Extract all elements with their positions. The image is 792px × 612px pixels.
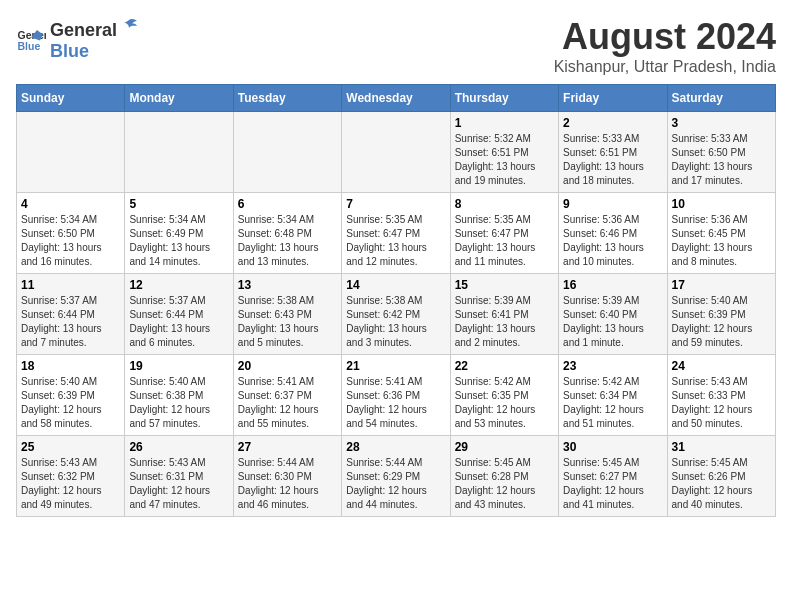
calendar-cell: 23Sunrise: 5:42 AM Sunset: 6:34 PM Dayli… xyxy=(559,355,667,436)
svg-text:Blue: Blue xyxy=(18,40,41,52)
day-number: 19 xyxy=(129,359,228,373)
calendar-cell xyxy=(17,112,125,193)
day-number: 16 xyxy=(563,278,662,292)
day-info: Sunrise: 5:38 AM Sunset: 6:42 PM Dayligh… xyxy=(346,294,445,350)
calendar-cell: 6Sunrise: 5:34 AM Sunset: 6:48 PM Daylig… xyxy=(233,193,341,274)
day-number: 25 xyxy=(21,440,120,454)
day-info: Sunrise: 5:40 AM Sunset: 6:39 PM Dayligh… xyxy=(672,294,771,350)
day-number: 12 xyxy=(129,278,228,292)
logo-general: General xyxy=(50,20,117,41)
day-number: 26 xyxy=(129,440,228,454)
header-day: Friday xyxy=(559,85,667,112)
header: General Blue General Blue August 2024 Ki… xyxy=(16,16,776,76)
calendar-cell xyxy=(125,112,233,193)
calendar-cell: 26Sunrise: 5:43 AM Sunset: 6:31 PM Dayli… xyxy=(125,436,233,517)
calendar-cell: 20Sunrise: 5:41 AM Sunset: 6:37 PM Dayli… xyxy=(233,355,341,436)
logo: General Blue General Blue xyxy=(16,16,141,62)
calendar-cell: 8Sunrise: 5:35 AM Sunset: 6:47 PM Daylig… xyxy=(450,193,558,274)
calendar-cell: 22Sunrise: 5:42 AM Sunset: 6:35 PM Dayli… xyxy=(450,355,558,436)
calendar-cell: 24Sunrise: 5:43 AM Sunset: 6:33 PM Dayli… xyxy=(667,355,775,436)
day-number: 2 xyxy=(563,116,662,130)
logo-icon: General Blue xyxy=(16,24,46,54)
day-number: 8 xyxy=(455,197,554,211)
day-info: Sunrise: 5:44 AM Sunset: 6:29 PM Dayligh… xyxy=(346,456,445,512)
day-number: 10 xyxy=(672,197,771,211)
day-info: Sunrise: 5:35 AM Sunset: 6:47 PM Dayligh… xyxy=(346,213,445,269)
calendar-body: 1Sunrise: 5:32 AM Sunset: 6:51 PM Daylig… xyxy=(17,112,776,517)
day-info: Sunrise: 5:43 AM Sunset: 6:33 PM Dayligh… xyxy=(672,375,771,431)
day-info: Sunrise: 5:45 AM Sunset: 6:26 PM Dayligh… xyxy=(672,456,771,512)
day-info: Sunrise: 5:33 AM Sunset: 6:50 PM Dayligh… xyxy=(672,132,771,188)
main-title: August 2024 xyxy=(554,16,776,58)
day-info: Sunrise: 5:39 AM Sunset: 6:40 PM Dayligh… xyxy=(563,294,662,350)
calendar-cell: 11Sunrise: 5:37 AM Sunset: 6:44 PM Dayli… xyxy=(17,274,125,355)
calendar-row: 25Sunrise: 5:43 AM Sunset: 6:32 PM Dayli… xyxy=(17,436,776,517)
day-info: Sunrise: 5:38 AM Sunset: 6:43 PM Dayligh… xyxy=(238,294,337,350)
calendar-cell: 31Sunrise: 5:45 AM Sunset: 6:26 PM Dayli… xyxy=(667,436,775,517)
logo-blue: Blue xyxy=(50,41,89,61)
calendar-cell: 13Sunrise: 5:38 AM Sunset: 6:43 PM Dayli… xyxy=(233,274,341,355)
day-info: Sunrise: 5:45 AM Sunset: 6:27 PM Dayligh… xyxy=(563,456,662,512)
calendar-cell: 12Sunrise: 5:37 AM Sunset: 6:44 PM Dayli… xyxy=(125,274,233,355)
day-info: Sunrise: 5:36 AM Sunset: 6:45 PM Dayligh… xyxy=(672,213,771,269)
day-number: 6 xyxy=(238,197,337,211)
day-number: 31 xyxy=(672,440,771,454)
day-info: Sunrise: 5:42 AM Sunset: 6:35 PM Dayligh… xyxy=(455,375,554,431)
calendar-cell: 17Sunrise: 5:40 AM Sunset: 6:39 PM Dayli… xyxy=(667,274,775,355)
calendar-cell: 3Sunrise: 5:33 AM Sunset: 6:50 PM Daylig… xyxy=(667,112,775,193)
title-area: August 2024 Kishanpur, Uttar Pradesh, In… xyxy=(554,16,776,76)
day-number: 20 xyxy=(238,359,337,373)
day-number: 30 xyxy=(563,440,662,454)
calendar-cell: 16Sunrise: 5:39 AM Sunset: 6:40 PM Dayli… xyxy=(559,274,667,355)
calendar-cell: 14Sunrise: 5:38 AM Sunset: 6:42 PM Dayli… xyxy=(342,274,450,355)
day-info: Sunrise: 5:40 AM Sunset: 6:39 PM Dayligh… xyxy=(21,375,120,431)
day-number: 11 xyxy=(21,278,120,292)
day-number: 22 xyxy=(455,359,554,373)
day-info: Sunrise: 5:34 AM Sunset: 6:48 PM Dayligh… xyxy=(238,213,337,269)
calendar-cell: 30Sunrise: 5:45 AM Sunset: 6:27 PM Dayli… xyxy=(559,436,667,517)
day-number: 27 xyxy=(238,440,337,454)
header-day: Monday xyxy=(125,85,233,112)
subtitle: Kishanpur, Uttar Pradesh, India xyxy=(554,58,776,76)
day-number: 13 xyxy=(238,278,337,292)
calendar-cell: 5Sunrise: 5:34 AM Sunset: 6:49 PM Daylig… xyxy=(125,193,233,274)
calendar-cell: 7Sunrise: 5:35 AM Sunset: 6:47 PM Daylig… xyxy=(342,193,450,274)
day-info: Sunrise: 5:43 AM Sunset: 6:31 PM Dayligh… xyxy=(129,456,228,512)
day-info: Sunrise: 5:42 AM Sunset: 6:34 PM Dayligh… xyxy=(563,375,662,431)
calendar-row: 4Sunrise: 5:34 AM Sunset: 6:50 PM Daylig… xyxy=(17,193,776,274)
day-info: Sunrise: 5:41 AM Sunset: 6:36 PM Dayligh… xyxy=(346,375,445,431)
day-info: Sunrise: 5:44 AM Sunset: 6:30 PM Dayligh… xyxy=(238,456,337,512)
calendar-row: 11Sunrise: 5:37 AM Sunset: 6:44 PM Dayli… xyxy=(17,274,776,355)
day-number: 7 xyxy=(346,197,445,211)
header-row: SundayMondayTuesdayWednesdayThursdayFrid… xyxy=(17,85,776,112)
day-info: Sunrise: 5:35 AM Sunset: 6:47 PM Dayligh… xyxy=(455,213,554,269)
day-number: 17 xyxy=(672,278,771,292)
day-info: Sunrise: 5:40 AM Sunset: 6:38 PM Dayligh… xyxy=(129,375,228,431)
header-day: Tuesday xyxy=(233,85,341,112)
calendar-cell: 21Sunrise: 5:41 AM Sunset: 6:36 PM Dayli… xyxy=(342,355,450,436)
day-info: Sunrise: 5:32 AM Sunset: 6:51 PM Dayligh… xyxy=(455,132,554,188)
calendar-cell: 19Sunrise: 5:40 AM Sunset: 6:38 PM Dayli… xyxy=(125,355,233,436)
logo-bird-icon xyxy=(119,16,139,36)
day-number: 28 xyxy=(346,440,445,454)
day-info: Sunrise: 5:39 AM Sunset: 6:41 PM Dayligh… xyxy=(455,294,554,350)
day-number: 14 xyxy=(346,278,445,292)
calendar-cell: 1Sunrise: 5:32 AM Sunset: 6:51 PM Daylig… xyxy=(450,112,558,193)
header-day: Saturday xyxy=(667,85,775,112)
day-number: 1 xyxy=(455,116,554,130)
day-number: 21 xyxy=(346,359,445,373)
day-info: Sunrise: 5:33 AM Sunset: 6:51 PM Dayligh… xyxy=(563,132,662,188)
header-day: Wednesday xyxy=(342,85,450,112)
calendar-table: SundayMondayTuesdayWednesdayThursdayFrid… xyxy=(16,84,776,517)
calendar-cell: 27Sunrise: 5:44 AM Sunset: 6:30 PM Dayli… xyxy=(233,436,341,517)
day-number: 24 xyxy=(672,359,771,373)
day-number: 4 xyxy=(21,197,120,211)
day-info: Sunrise: 5:37 AM Sunset: 6:44 PM Dayligh… xyxy=(21,294,120,350)
calendar-cell: 9Sunrise: 5:36 AM Sunset: 6:46 PM Daylig… xyxy=(559,193,667,274)
day-info: Sunrise: 5:41 AM Sunset: 6:37 PM Dayligh… xyxy=(238,375,337,431)
calendar-row: 1Sunrise: 5:32 AM Sunset: 6:51 PM Daylig… xyxy=(17,112,776,193)
calendar-cell: 2Sunrise: 5:33 AM Sunset: 6:51 PM Daylig… xyxy=(559,112,667,193)
calendar-cell: 28Sunrise: 5:44 AM Sunset: 6:29 PM Dayli… xyxy=(342,436,450,517)
calendar-cell xyxy=(233,112,341,193)
day-info: Sunrise: 5:37 AM Sunset: 6:44 PM Dayligh… xyxy=(129,294,228,350)
